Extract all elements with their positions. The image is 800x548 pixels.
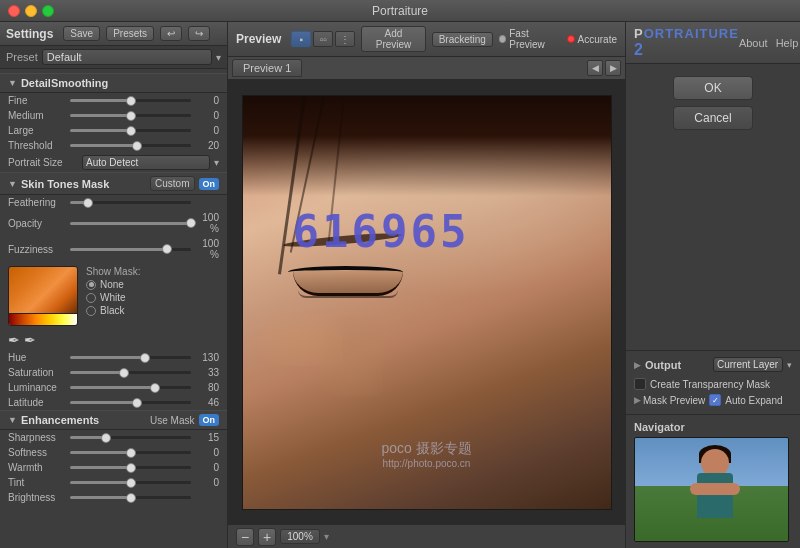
nav-person-body	[697, 473, 733, 518]
multi-view-button[interactable]: ⋮	[335, 31, 355, 47]
about-menu-item[interactable]: About	[739, 37, 768, 49]
fuzziness-slider[interactable]	[70, 248, 191, 251]
output-select[interactable]: Current Layer	[713, 357, 783, 372]
preview-tab-1[interactable]: Preview 1	[232, 59, 302, 77]
single-view-button[interactable]: ▪	[291, 31, 311, 47]
saturation-slider[interactable]	[70, 371, 191, 374]
medium-slider[interactable]	[70, 114, 191, 117]
none-radio[interactable]: None	[86, 279, 140, 290]
prev-arrow-button[interactable]: ◀	[587, 60, 603, 76]
skin-tones-header: ▼ Skin Tones Mask Custom On	[0, 172, 227, 195]
skin-tones-on-badge[interactable]: On	[199, 178, 220, 190]
bracketing-button[interactable]: Bracketing	[432, 32, 493, 47]
tint-slider-row: Tint 0	[0, 475, 227, 490]
eyedropper2-icon[interactable]: ✒	[24, 332, 36, 348]
traffic-lights	[8, 5, 54, 17]
help-menu-item[interactable]: Help	[776, 37, 799, 49]
settings-label: Settings	[6, 27, 53, 41]
feathering-slider[interactable]	[70, 201, 191, 204]
save-button[interactable]: Save	[63, 26, 100, 41]
opacity-slider[interactable]	[70, 222, 191, 225]
hue-label: Hue	[8, 352, 66, 363]
ok-button[interactable]: OK	[673, 76, 753, 100]
opacity-value: 100 %	[195, 212, 219, 234]
undo-button[interactable]: ↩	[160, 26, 182, 41]
threshold-label: Threshold	[8, 140, 66, 151]
fast-preview-radio[interactable]: Fast Preview	[499, 28, 561, 50]
create-transparency-checkbox[interactable]	[634, 378, 646, 390]
maximize-button[interactable]	[42, 5, 54, 17]
eyedropper-icon[interactable]: ✒	[8, 332, 20, 348]
fine-slider[interactable]	[70, 99, 191, 102]
cancel-button[interactable]: Cancel	[673, 106, 753, 130]
mask-preview-button[interactable]: ▶ Mask Preview	[634, 395, 705, 406]
sharpness-label: Sharpness	[8, 432, 66, 443]
preset-row: Preset Default ▾	[0, 46, 227, 69]
white-radio[interactable]: White	[86, 292, 140, 303]
split-view-button[interactable]: ▫▫	[313, 31, 333, 47]
threshold-value: 20	[195, 140, 219, 151]
preview-image-area: 616965 poco 摄影专题 http://photo.poco.cn	[228, 80, 625, 524]
minimize-button[interactable]	[25, 5, 37, 17]
detail-smoothing-header: ▼ DetailSmoothing	[0, 73, 227, 93]
tint-slider[interactable]	[70, 481, 191, 484]
warmth-slider[interactable]	[70, 466, 191, 469]
redo-button[interactable]: ↪	[188, 26, 210, 41]
brightness-label: Brightness	[8, 492, 66, 503]
hue-slider-row: Hue 130	[0, 350, 227, 365]
skin-tones-title: Skin Tones Mask	[21, 178, 146, 190]
sharpness-slider[interactable]	[70, 436, 191, 439]
preset-select[interactable]: Default	[42, 49, 212, 65]
left-content: ▼ DetailSmoothing Fine 0 Medium 0	[0, 69, 227, 548]
enhancements-on-badge[interactable]: On	[199, 414, 220, 426]
portrait-size-select[interactable]: Auto Detect	[82, 155, 210, 170]
brightness-slider[interactable]	[70, 496, 191, 499]
accurate-label: Accurate	[578, 34, 617, 45]
latitude-slider[interactable]	[70, 401, 191, 404]
nav-person	[675, 441, 755, 541]
zoom-in-button[interactable]: +	[258, 528, 276, 546]
preview-nav-arrows: ◀ ▶	[587, 60, 621, 76]
nav-person-hands	[690, 483, 740, 495]
hue-slider[interactable]	[70, 356, 191, 359]
right-header: PORTRAITURE 2 About Help	[626, 22, 800, 64]
color-gradient-bar	[9, 313, 77, 325]
close-button[interactable]	[8, 5, 20, 17]
auto-expand-checkbox[interactable]: ✓	[709, 394, 721, 406]
mask-preview-label: Mask Preview	[643, 395, 705, 406]
threshold-slider[interactable]	[70, 144, 191, 147]
softness-slider[interactable]	[70, 451, 191, 454]
accurate-radio[interactable]: Accurate	[567, 34, 617, 45]
enhancements-triangle-icon: ▼	[8, 415, 17, 425]
large-slider-row: Large 0	[0, 123, 227, 138]
hue-value: 130	[195, 352, 219, 363]
none-radio-label: None	[100, 279, 124, 290]
zoom-value[interactable]: 100%	[280, 529, 320, 544]
tint-label: Tint	[8, 477, 66, 488]
black-radio[interactable]: Black	[86, 305, 140, 316]
output-row: ▶ Output Current Layer ▾	[634, 357, 792, 372]
create-transparency-label: Create Transparency Mask	[650, 379, 770, 390]
warmth-value: 0	[195, 462, 219, 473]
luminance-slider[interactable]	[70, 386, 191, 389]
skin-tones-custom[interactable]: Custom	[150, 176, 194, 191]
tint-value: 0	[195, 477, 219, 488]
detail-smoothing-triangle-icon: ▼	[8, 78, 17, 88]
right-panel: PORTRAITURE 2 About Help OK Cancel ▶ Out…	[625, 22, 800, 548]
titlebar: Portraiture	[0, 0, 800, 22]
threshold-slider-row: Threshold 20	[0, 138, 227, 153]
luminance-value: 80	[195, 382, 219, 393]
next-arrow-button[interactable]: ▶	[605, 60, 621, 76]
left-panel: Settings Save Presets ↩ ↪ Preset Default…	[0, 22, 228, 548]
color-swatch[interactable]	[8, 266, 78, 326]
add-preview-button[interactable]: Add Preview	[361, 26, 425, 52]
eyedropper-row: ✒ ✒	[0, 330, 227, 350]
watermark: poco 摄影专题 http://photo.poco.cn	[381, 440, 471, 469]
large-slider[interactable]	[70, 129, 191, 132]
preset-label: Preset	[6, 51, 38, 63]
presets-button[interactable]: Presets	[106, 26, 154, 41]
zoom-dropdown-arrow-icon[interactable]: ▾	[324, 531, 329, 542]
zoom-out-button[interactable]: −	[236, 528, 254, 546]
window-title: Portraiture	[372, 4, 428, 18]
center-panel: Preview ▪ ▫▫ ⋮ Add Preview Bracketing Fa…	[228, 22, 625, 548]
